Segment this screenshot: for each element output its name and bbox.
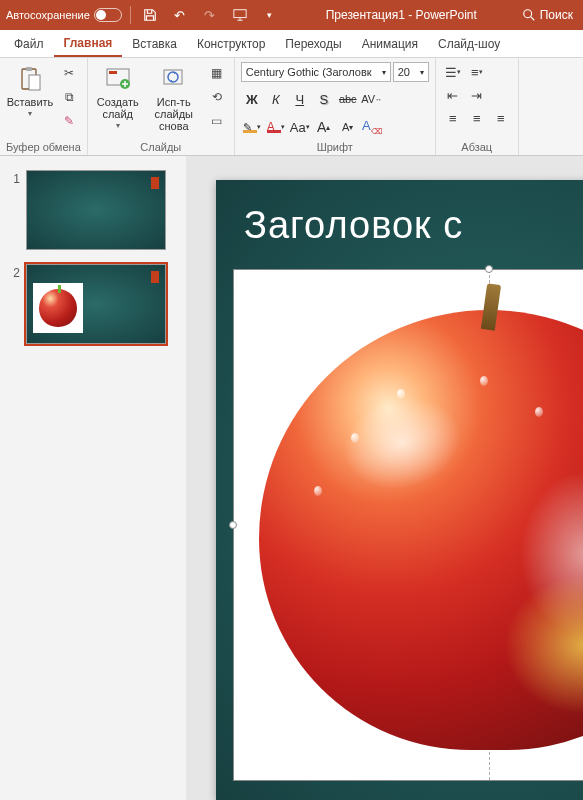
shrink-font-button[interactable]: A▾ <box>337 116 359 138</box>
resize-handle-top[interactable] <box>485 265 493 273</box>
title-bar: Автосохранение ↶ ↷ ▾ Презентация1 - Powe… <box>0 0 583 30</box>
svg-point-9 <box>168 72 178 82</box>
highlight-icon: ✎ <box>243 121 257 133</box>
tab-insert[interactable]: Вставка <box>122 30 187 57</box>
thumbnail-number: 2 <box>8 264 20 280</box>
eraser-icon: A⌫ <box>362 118 382 136</box>
search-icon <box>522 8 536 22</box>
font-name-combo[interactable]: Century Gothic (Заголовк ▾ <box>241 62 391 82</box>
chevron-down-icon: ▾ <box>382 68 386 77</box>
tab-transitions[interactable]: Переходы <box>275 30 351 57</box>
new-slide-button[interactable]: Создать слайд ▾ <box>94 62 142 131</box>
outdent-icon: ⇤ <box>447 88 458 103</box>
align-center-button[interactable]: ≡ <box>466 108 488 128</box>
apple-stem-icon <box>481 283 501 331</box>
layout-button[interactable]: ▦ <box>206 62 228 84</box>
spacing-icon: AV <box>361 93 375 105</box>
thumbnail-row: 1 <box>0 166 186 260</box>
redo-icon[interactable]: ↷ <box>199 4 221 26</box>
autosave-toggle[interactable]: Автосохранение <box>6 8 122 22</box>
paste-label: Вставить <box>7 96 54 108</box>
paste-button[interactable]: Вставить ▾ <box>6 62 54 119</box>
highlight-button[interactable]: ✎▾ <box>241 116 263 138</box>
bullets-button[interactable]: ☰▾ <box>442 62 464 82</box>
strikethrough-button[interactable]: abc <box>337 88 359 110</box>
save-icon[interactable] <box>139 4 161 26</box>
bold-button[interactable]: Ж <box>241 88 263 110</box>
more-icon[interactable]: ▾ <box>259 4 281 26</box>
slide-title-text[interactable]: Заголовок с <box>216 180 583 247</box>
align-left-button[interactable]: ≡ <box>442 108 464 128</box>
svg-rect-3 <box>26 67 32 71</box>
separator <box>130 6 131 24</box>
font-size-value: 20 <box>398 66 410 78</box>
reset-button[interactable]: ⟲ <box>206 86 228 108</box>
chevron-down-icon: ▾ <box>116 122 120 131</box>
shadow-button[interactable]: S <box>313 88 335 110</box>
grow-font-button[interactable]: A▴ <box>313 116 335 138</box>
section-icon: ▭ <box>211 114 222 128</box>
search-button[interactable]: Поиск <box>522 8 577 22</box>
group-label: Абзац <box>442 139 512 153</box>
case-icon: Aa <box>290 120 306 135</box>
search-label: Поиск <box>540 8 573 22</box>
align-left-icon: ≡ <box>449 111 457 126</box>
underline-button[interactable]: Ч <box>289 88 311 110</box>
autosave-label: Автосохранение <box>6 9 90 21</box>
numbering-button[interactable]: ≡▾ <box>466 62 488 82</box>
down-arrow-icon: ▾ <box>349 123 353 132</box>
toggle-switch-icon[interactable] <box>94 8 122 22</box>
svg-rect-0 <box>234 10 246 18</box>
group-slides: Создать слайд ▾ Исп-ть слайды снова ▦ ⟲ … <box>88 58 235 155</box>
ribbon: Вставить ▾ ✂ ⧉ ✎ Буфер обмена Создать сл… <box>0 58 583 156</box>
copy-icon: ⧉ <box>65 90 74 104</box>
reuse-slides-icon <box>159 64 189 94</box>
slide[interactable]: Заголовок с <box>216 180 583 800</box>
align-right-button[interactable]: ≡ <box>490 108 512 128</box>
reset-icon: ⟲ <box>212 90 222 104</box>
tab-design[interactable]: Конструктор <box>187 30 275 57</box>
water-drop-icon <box>480 376 488 386</box>
increase-indent-button[interactable]: ⇥ <box>466 85 488 105</box>
format-painter-button[interactable]: ✎ <box>58 110 80 132</box>
clear-format-button[interactable]: A⌫ <box>361 116 383 138</box>
new-slide-icon <box>103 64 133 94</box>
group-label: Буфер обмена <box>6 139 81 153</box>
apple-image <box>259 310 583 750</box>
scissors-icon: ✂ <box>64 66 74 80</box>
chevron-down-icon: ▾ <box>28 110 32 119</box>
section-button[interactable]: ▭ <box>206 110 228 132</box>
font-size-combo[interactable]: 20 ▾ <box>393 62 429 82</box>
thumbnail-image <box>33 283 83 333</box>
new-slide-label: Создать слайд <box>94 96 142 120</box>
font-color-button[interactable]: A▾ <box>265 116 287 138</box>
change-case-button[interactable]: Aa▾ <box>289 116 311 138</box>
group-label: Слайды <box>94 139 228 153</box>
slide-thumbnails-panel: 1 2 <box>0 156 186 800</box>
slide-thumbnail-1[interactable] <box>26 170 166 250</box>
svg-rect-4 <box>29 75 40 90</box>
present-icon[interactable] <box>229 4 251 26</box>
tab-slideshow[interactable]: Слайд-шоу <box>428 30 510 57</box>
tab-home[interactable]: Главная <box>54 30 123 57</box>
tab-file[interactable]: Файл <box>4 30 54 57</box>
reuse-label: Исп-ть слайды снова <box>146 96 202 132</box>
cut-button[interactable]: ✂ <box>58 62 80 84</box>
reuse-slides-button[interactable]: Исп-ть слайды снова <box>146 62 202 132</box>
selected-image-frame[interactable] <box>234 270 583 780</box>
align-center-icon: ≡ <box>473 111 481 126</box>
font-color-icon: A <box>267 121 281 133</box>
indent-icon: ⇥ <box>471 88 482 103</box>
resize-handle-left[interactable] <box>229 521 237 529</box>
slide-thumbnail-2[interactable] <box>26 264 166 344</box>
thumbnail-row: 2 <box>0 260 186 354</box>
italic-button[interactable]: К <box>265 88 287 110</box>
highlight-icon <box>332 384 471 502</box>
tab-animations[interactable]: Анимация <box>352 30 428 57</box>
group-clipboard: Вставить ▾ ✂ ⧉ ✎ Буфер обмена <box>0 58 88 155</box>
decrease-indent-button[interactable]: ⇤ <box>442 85 464 105</box>
copy-button[interactable]: ⧉ <box>58 86 80 108</box>
undo-icon[interactable]: ↶ <box>169 4 191 26</box>
slide-canvas[interactable]: Заголовок с <box>186 156 583 800</box>
char-spacing-button[interactable]: AV↔ <box>361 88 383 110</box>
